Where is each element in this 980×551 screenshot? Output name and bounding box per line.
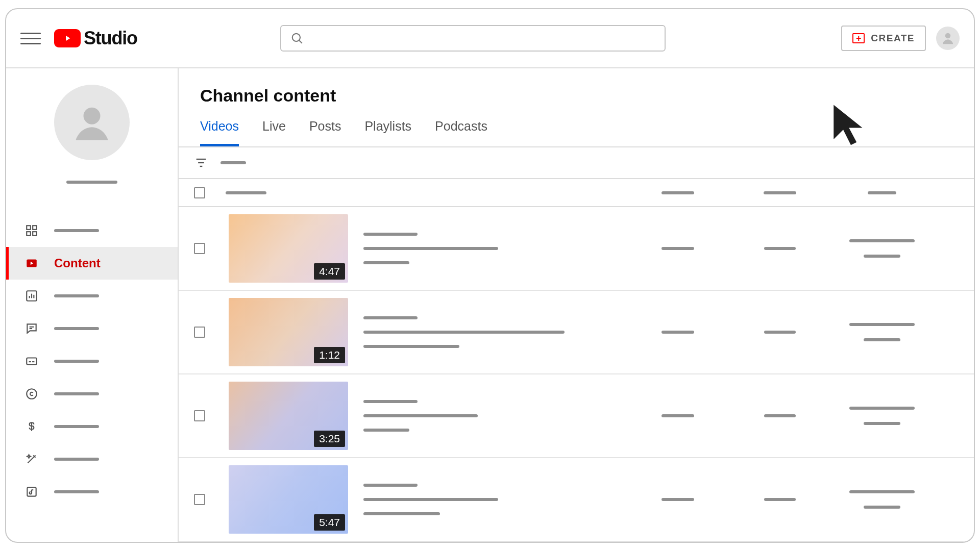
- col-a-value: [662, 414, 694, 417]
- video-row[interactable]: 5:47: [179, 458, 974, 542]
- tab-playlists[interactable]: Playlists: [364, 119, 411, 146]
- video-row[interactable]: 3:25: [179, 374, 974, 458]
- video-info: [363, 484, 498, 515]
- tab-live[interactable]: Live: [262, 119, 286, 146]
- col-b-value: [764, 498, 796, 501]
- svg-rect-15: [27, 358, 37, 365]
- search-input[interactable]: [280, 25, 666, 52]
- sidebar-item-label: [54, 229, 99, 232]
- main-content: Channel content VideosLivePostsPlaylists…: [179, 68, 974, 542]
- tab-podcasts[interactable]: Podcasts: [435, 119, 487, 146]
- video-desc-placeholder: [363, 414, 478, 417]
- tab-posts[interactable]: Posts: [309, 119, 341, 146]
- svg-point-3: [84, 108, 101, 124]
- row-checkbox[interactable]: [194, 410, 205, 421]
- sidebar-item-dashboard[interactable]: [6, 214, 178, 247]
- filter-bar[interactable]: [179, 147, 974, 179]
- video-title-placeholder: [363, 233, 418, 236]
- svg-rect-7: [33, 232, 37, 236]
- row-checkbox[interactable]: [194, 494, 205, 505]
- magic-wand-icon: [24, 452, 39, 466]
- dashboard-icon: [24, 223, 39, 238]
- table-header: [179, 179, 974, 207]
- column-a-label: [662, 191, 694, 194]
- video-desc-placeholder: [363, 331, 565, 334]
- logo[interactable]: Studio: [54, 28, 137, 49]
- header: Studio + CREATE: [6, 9, 974, 68]
- video-title-placeholder: [363, 400, 418, 403]
- create-label: CREATE: [871, 33, 915, 44]
- svg-point-2: [945, 33, 951, 39]
- sidebar-item-audio[interactable]: [6, 475, 178, 508]
- sidebar-item-earn[interactable]: [6, 410, 178, 443]
- svg-point-18: [27, 389, 37, 399]
- column-c-label: [868, 191, 896, 194]
- col-c-value-1: [849, 239, 915, 242]
- sidebar-item-subtitles[interactable]: [6, 345, 178, 378]
- select-all-checkbox[interactable]: [194, 187, 205, 198]
- col-c-value-2: [864, 422, 900, 425]
- search-icon: [290, 32, 304, 45]
- video-title-placeholder: [363, 316, 418, 319]
- sidebar-item-label: [54, 425, 99, 428]
- sidebar-nav: Content: [6, 214, 178, 508]
- sidebar-item-copyright[interactable]: [6, 378, 178, 410]
- svg-rect-6: [27, 232, 31, 236]
- video-title-placeholder: [363, 484, 418, 487]
- video-meta-placeholder: [363, 261, 409, 264]
- col-c-value-2: [864, 255, 900, 258]
- video-meta-placeholder: [363, 429, 409, 432]
- video-duration: 5:47: [314, 514, 345, 531]
- youtube-play-icon: [54, 29, 81, 47]
- video-thumbnail[interactable]: 5:47: [229, 465, 348, 534]
- col-a-value: [662, 498, 694, 501]
- account-avatar[interactable]: [936, 27, 960, 50]
- col-c-value-1: [849, 323, 915, 326]
- video-row[interactable]: 4:47: [179, 207, 974, 291]
- create-button[interactable]: + CREATE: [841, 26, 926, 51]
- col-a-value: [662, 247, 694, 250]
- video-row[interactable]: 1:12: [179, 291, 974, 374]
- row-checkbox[interactable]: [194, 327, 205, 338]
- sidebar-item-label: [54, 458, 99, 461]
- col-b-value: [764, 247, 796, 250]
- dollar-icon: [24, 419, 39, 434]
- sidebar: Content: [6, 68, 179, 542]
- menu-button[interactable]: [20, 28, 41, 48]
- channel-name-placeholder: [66, 181, 117, 184]
- create-plus-icon: +: [852, 33, 865, 43]
- col-b-value: [764, 331, 796, 334]
- video-desc-placeholder: [363, 247, 498, 250]
- page-title: Channel content: [179, 68, 974, 106]
- column-video-label: [226, 191, 266, 194]
- video-thumbnail[interactable]: 1:12: [229, 298, 348, 366]
- svg-point-0: [292, 34, 300, 41]
- content-tabs: VideosLivePostsPlaylistsPodcasts: [179, 106, 974, 147]
- video-info: [363, 316, 565, 348]
- video-meta-placeholder: [363, 345, 459, 348]
- subtitles-icon: [24, 354, 39, 368]
- sidebar-item-content[interactable]: Content: [6, 247, 178, 280]
- app-window: Studio + CREATE: [5, 8, 975, 543]
- analytics-icon: [24, 289, 39, 303]
- content-icon: [24, 256, 39, 270]
- sidebar-item-label: [54, 294, 99, 297]
- row-checkbox[interactable]: [194, 243, 205, 254]
- col-c-value-2: [864, 338, 900, 341]
- sidebar-item-analytics[interactable]: [6, 280, 178, 312]
- svg-rect-5: [33, 226, 37, 230]
- col-c-value-1: [849, 407, 915, 410]
- filter-placeholder: [220, 161, 246, 164]
- col-a-value: [662, 331, 694, 334]
- video-thumbnail[interactable]: 4:47: [229, 214, 348, 283]
- sidebar-item-label: Content: [54, 256, 101, 270]
- sidebar-item-customization[interactable]: [6, 443, 178, 475]
- video-meta-placeholder: [363, 512, 440, 515]
- sidebar-item-comments[interactable]: [6, 312, 178, 345]
- video-thumbnail[interactable]: 3:25: [229, 382, 348, 450]
- col-c-value-2: [864, 506, 900, 509]
- channel-avatar[interactable]: [54, 85, 130, 160]
- video-duration: 3:25: [314, 431, 345, 447]
- tab-videos[interactable]: Videos: [200, 119, 239, 146]
- sidebar-item-label: [54, 490, 99, 493]
